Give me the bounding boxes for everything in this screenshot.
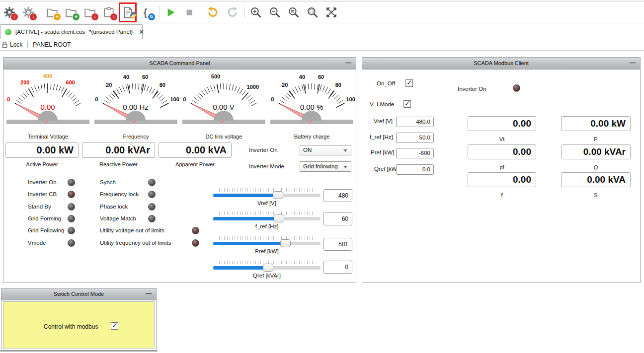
numeric-input[interactable]: 480.0	[396, 117, 434, 127]
gauge-caption: Frequency	[92, 134, 180, 140]
svg-text:200: 200	[20, 79, 29, 85]
numeric-input[interactable]: 0.0	[396, 164, 434, 175]
led-label: Voltage Match	[100, 215, 136, 221]
led-indicator	[148, 203, 156, 211]
led-label: Grid Forming	[28, 215, 61, 221]
toolbar: ↓↓++↓↓{↻	[0, 2, 644, 23]
led-label: Phase lock	[100, 204, 128, 210]
numeric-input[interactable]: 50.0	[396, 133, 434, 143]
svg-text:500: 500	[211, 73, 220, 79]
led-indicator	[148, 179, 156, 186]
slider-fill	[213, 242, 285, 245]
slider-f_refhz[interactable]: f_ref [Hz]	[213, 212, 321, 229]
modbus-inverter-on-led	[513, 84, 520, 92]
gauge-caption: Battery charge	[268, 134, 356, 140]
display-caption: Q	[561, 164, 631, 170]
undo-button[interactable]	[206, 4, 221, 21]
svg-text:0.00 V: 0.00 V	[213, 103, 234, 111]
tab-close-icon[interactable]: ✕	[139, 28, 144, 36]
slider-handle[interactable]	[280, 239, 291, 247]
slider-track[interactable]	[213, 194, 321, 197]
panel-import-button[interactable]: ↓	[101, 4, 116, 21]
slider-track[interactable]	[213, 242, 321, 245]
switch-panel-titlebar[interactable]: Swtich Control Mode —	[1, 288, 156, 300]
breadcrumb-root[interactable]: PANEL ROOT	[33, 41, 71, 48]
slider-handle[interactable]	[273, 191, 283, 199]
display-caption: pf	[468, 164, 536, 170]
download-badge-icon: ↓	[10, 13, 18, 21]
slider-fill	[213, 217, 279, 220]
zoom-out-icon	[268, 6, 281, 19]
tab-active-panel[interactable]: [ACTIVE] - scada client.cus *(unsaved Pa…	[0, 24, 143, 39]
slider-qrefkvar[interactable]: Qref [kVAr]	[213, 261, 321, 279]
slider-vrefv[interactable]: Vref [V]	[213, 188, 321, 206]
redo-button[interactable]	[225, 4, 240, 21]
slider-track[interactable]	[213, 217, 321, 220]
slider-handle[interactable]	[274, 214, 284, 222]
zoom-fit-button[interactable]	[305, 4, 320, 21]
minimize-icon[interactable]: —	[345, 58, 351, 68]
zoom-in-button[interactable]	[248, 4, 263, 21]
zoom-out-button[interactable]	[267, 4, 282, 21]
slider-ticks	[219, 188, 315, 192]
add-badge-icon: +	[72, 13, 80, 21]
svg-text:80: 80	[335, 82, 341, 88]
add-badge-icon: +	[53, 13, 61, 21]
onoff-checkbox[interactable]	[405, 79, 413, 87]
onoff-label: On_Off	[377, 80, 395, 86]
slider-value-input[interactable]: 60	[323, 212, 352, 225]
lock-toggle[interactable]: Lock	[10, 41, 22, 48]
display-s: 0.00 kVA	[561, 172, 631, 187]
sync-badge-icon: ↻	[148, 13, 156, 21]
slider-value-input[interactable]: 480	[323, 189, 352, 202]
led-indicator	[148, 215, 156, 222]
slider-value-input[interactable]: 0	[323, 261, 352, 274]
display-caption: Vt	[468, 136, 536, 142]
script-python-button[interactable]	[120, 4, 135, 21]
slider-track[interactable]	[213, 266, 321, 270]
control-with-modbus-checkbox[interactable]	[111, 322, 118, 330]
panel-open-button[interactable]: +	[64, 4, 79, 21]
panel-new-button[interactable]: +	[45, 4, 60, 21]
code-sync-button[interactable]: {↻	[139, 4, 154, 21]
toolbar-separator	[41, 6, 41, 19]
command-panel-titlebar[interactable]: SCADA Command Panel —	[3, 58, 356, 70]
slider-prefkw[interactable]: Pref [kW]	[213, 236, 321, 254]
input-label: Vref [V]	[374, 118, 393, 124]
stop-button[interactable]	[182, 4, 197, 21]
zoom-reset-button[interactable]	[286, 4, 301, 21]
vimode-checkbox[interactable]	[403, 100, 411, 108]
gauge-terminal-voltage: 02004006000.00Terminal Voltage	[4, 70, 92, 144]
numeric-input[interactable]: -600	[396, 148, 434, 158]
fullscreen-button[interactable]	[324, 4, 339, 21]
minimize-icon[interactable]: —	[146, 288, 152, 299]
svg-text:0: 0	[271, 96, 274, 102]
svg-text:80: 80	[160, 82, 165, 88]
start-button[interactable]	[163, 4, 178, 21]
display-active-power: 0.00 kW	[5, 142, 79, 158]
display-caption: P	[561, 136, 631, 142]
modbus-panel-titlebar[interactable]: SCADA Modbus Client —	[362, 58, 640, 70]
led-indicator	[68, 239, 75, 247]
svg-text:100: 100	[170, 96, 179, 102]
panel-new-icon: +	[46, 6, 59, 19]
minimize-icon[interactable]: —	[630, 58, 636, 68]
combo-inverter-on[interactable]: ON	[300, 145, 351, 155]
control-with-modbus-label: Control with modbus	[44, 323, 98, 330]
panel-save-button[interactable]: ↓	[82, 4, 97, 21]
display-vt: 0.00	[468, 116, 536, 131]
display-reactive-power: 0.00 kVAr	[82, 142, 155, 158]
command-panel-title: SCADA Command Panel	[149, 60, 210, 66]
display-pf: 0.00	[468, 144, 536, 159]
display-p: 0.00 kW	[561, 116, 631, 131]
slider-value-input[interactable]: 581	[323, 238, 352, 251]
app-window: ↓↓++↓↓{↻ [ACTIVE] - scada client.cus *(u…	[0, 0, 644, 353]
svg-text:400: 400	[43, 73, 52, 79]
svg-text:0.00 Hz: 0.00 Hz	[123, 103, 149, 111]
slider-handle[interactable]	[263, 264, 273, 272]
combo-inverter-mode[interactable]: Grid following	[300, 161, 351, 172]
settings-download-button[interactable]: ↓	[2, 4, 17, 21]
settings-export-icon: ↓	[22, 6, 35, 19]
led-indicator	[68, 227, 75, 234]
settings-export-button[interactable]: ↓	[21, 4, 36, 21]
